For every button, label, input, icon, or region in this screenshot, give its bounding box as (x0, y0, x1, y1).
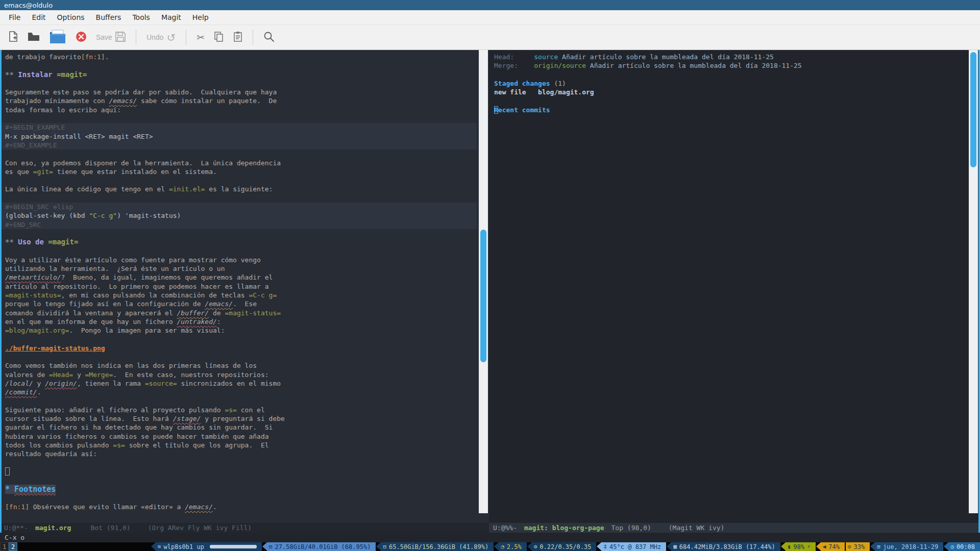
text-segment: resultado quedaría así: (5, 450, 97, 458)
modeline-buffer-name: magit: blog-org-page (524, 524, 604, 532)
text-segment: /metaartículo/ (5, 273, 61, 281)
text-segment: #+BEGIN_EXAMPLE (5, 123, 65, 131)
text-segment: Añadir artículo sobre la mumbleada del d… (586, 62, 802, 69)
text-segment: guardar el fichero si ha detectado que h… (5, 423, 273, 431)
buffer-line: Staged changes (1) (489, 79, 967, 88)
segment-disk-root: ⊟27.58GiB/40.01GiB (68.95%) (267, 542, 376, 551)
org-text-area[interactable]: de trabajo favorito[fn:1]. ** Instalar =… (0, 50, 489, 523)
magit-text-area[interactable]: Head: source Añadir artículo sobre la mu… (489, 50, 980, 523)
file-link[interactable]: ./buffer-magit-status.png (5, 344, 105, 352)
buffer-line (0, 194, 477, 203)
text-segment: =init.el= (169, 185, 205, 193)
magit-status-window[interactable]: Head: source Añadir artículo sobre la mu… (489, 50, 980, 533)
text-segment: y (33, 380, 45, 387)
buffer-line: (global-set-key (kbd "C-c g") 'magit-sta… (0, 211, 477, 220)
dired-button[interactable] (48, 28, 67, 47)
segment-temperature: ‡45°c @ 837 MHz (601, 542, 666, 551)
right-scrollbar[interactable] (969, 50, 978, 513)
save-label: Save (96, 33, 112, 41)
text-segment: Con eso, ya podemos disponer de la herra… (5, 159, 281, 167)
buffer-line: La única línea de código que tengo en el… (0, 185, 477, 193)
text-segment: (1) (550, 80, 566, 87)
text-segment: en el que me informa de que hay un fiche… (5, 318, 177, 325)
text-segment: Seguramente este paso se podría dar por … (5, 88, 277, 96)
search-button[interactable] (262, 30, 276, 45)
disk-icon: ⊟ (269, 543, 273, 550)
buffer-line: /local/ y /origin/, tienen la rama =sour… (0, 379, 477, 388)
left-modeline: U:@**- magit.org Bot (91,0) (Org ARev Fl… (0, 523, 489, 533)
workspace-1[interactable]: 1 (0, 542, 9, 551)
menu-edit[interactable]: Edit (26, 10, 51, 24)
text-segment: sincronizados en el mismo (177, 380, 281, 387)
text-segment: con el (237, 406, 265, 414)
close-buffer-button[interactable] (75, 30, 88, 45)
search-icon (263, 31, 275, 44)
text-segment: comando dividirá la ventana y aparecerá … (5, 309, 177, 317)
text-segment: cursor situado sobre la línea. Esto hará (5, 415, 173, 422)
workspace-2[interactable]: 2 (9, 542, 17, 551)
buffer-line: ** Instalar =magit= (0, 70, 477, 79)
emacs-windows: de trabajo favorito[fn:1]. ** Instalar =… (0, 50, 980, 533)
buffer-line: Con eso, ya podemos disponer de la herra… (0, 159, 477, 167)
buffer-line: comando dividirá la ventana y aparecerá … (0, 309, 477, 317)
cut-button[interactable]: ✂ (195, 32, 206, 43)
new-file-button[interactable] (7, 30, 19, 45)
text-segment: =source= (145, 380, 177, 387)
open-folder-icon (28, 32, 40, 43)
buffer-line: Seguramente este paso se podría dar por … (0, 88, 477, 96)
menu-tools[interactable]: Tools (127, 10, 156, 24)
text-segment: todos los cambios pulsando (5, 441, 113, 449)
buffer-line: porque lo tengo fijado así en la configu… (0, 299, 477, 308)
text-segment: (global-set-key (kbd (5, 212, 89, 219)
modeline-position: Bot (91,0) (90, 524, 130, 532)
battery-icon: ▮ (788, 543, 791, 550)
left-frame-edge (0, 50, 2, 533)
text-segment: =Head= (49, 371, 73, 379)
buffer-line: es que =git= tiene que estar instalado e… (0, 167, 477, 176)
clock-icon: ◷ (950, 543, 954, 550)
toolbar-separator (253, 30, 253, 45)
copy-button[interactable] (213, 30, 225, 44)
segment-volume: ◀74% (821, 542, 845, 551)
org-buffer-window[interactable]: de trabajo favorito[fn:1]. ** Instalar =… (0, 50, 489, 533)
menu-buffers[interactable]: Buffers (90, 10, 127, 24)
segment-battery: ▮98%⚡ (786, 542, 816, 551)
save-button[interactable]: Save (95, 31, 127, 44)
left-scrollbar-thumb[interactable] (480, 230, 486, 362)
buffer-line: hubiera varios ficheros o cambios se pue… (0, 432, 477, 441)
text-segment: =C-c g= (249, 291, 277, 299)
left-scrollbar[interactable] (479, 50, 488, 513)
cpu-gauge-icon: ◔ (501, 543, 504, 550)
paste-button[interactable] (232, 30, 243, 44)
undo-button[interactable]: Undo ↺ (145, 31, 177, 44)
text-segment: /emacs/ (205, 300, 233, 308)
buffer-line: /metaartículo/? Bueno, da igual, imagine… (0, 273, 477, 282)
buffer-line: [fn:1] Obsérvese que evito llamar «edito… (0, 503, 477, 511)
segment-text: wlp8s0b1 up (163, 543, 204, 550)
menu-help[interactable]: Help (187, 10, 214, 24)
text-segment: trabajado mínimamente con (5, 97, 109, 105)
text-segment: porque lo tengo fijado así en la configu… (5, 300, 205, 308)
cursor (5, 467, 10, 475)
right-scrollbar-thumb[interactable] (970, 52, 976, 167)
echo-area[interactable]: C-x o (0, 533, 980, 542)
menu-file[interactable]: File (3, 10, 26, 24)
buffer-line: #+BEGIN_EXAMPLE (0, 123, 477, 132)
buffer-line (0, 114, 477, 123)
text-segment: Instalar (18, 70, 57, 79)
text-segment: y (73, 371, 85, 379)
text-segment: Añadir artículo sobre la mumbleada del d… (558, 53, 774, 61)
text-segment: /buffer/ (177, 309, 209, 317)
text-segment: ** (5, 70, 18, 79)
text-segment: ) 'magit-status) (117, 212, 181, 219)
buffer-line (0, 353, 477, 361)
menu-options[interactable]: Options (52, 10, 90, 24)
text-segment: ecent commits (498, 106, 550, 114)
text-segment: La única línea de código que tengo en el (5, 185, 169, 193)
open-file-button[interactable] (27, 31, 41, 44)
text-segment: Footnotes (14, 485, 56, 494)
segment-text: 45°c @ 837 MHz (609, 543, 661, 550)
text-segment: Head: (494, 53, 534, 61)
menu-magit[interactable]: Magit (156, 10, 187, 24)
text-segment: de trabajo favorito (5, 53, 81, 61)
